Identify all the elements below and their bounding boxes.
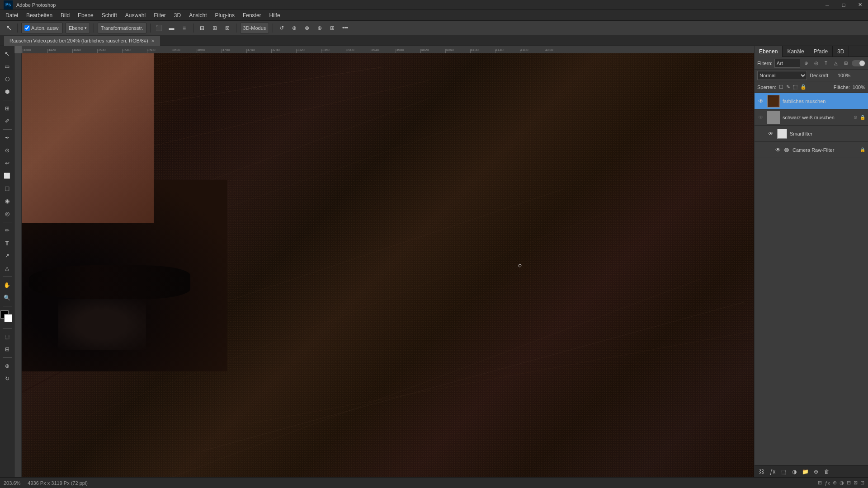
status-icon-7[interactable]: ⊡ [860,480,864,486]
layer-style-button[interactable]: ƒx [768,467,777,476]
layer-item-schwarzweiss[interactable]: 👁 schwarz weiß rauschen ⊙ 🔒 [755,109,868,126]
new-layer-button[interactable]: ⊕ [811,467,821,476]
lock-position-icon[interactable]: ⬚ [793,84,797,90]
menu-item-auswahl[interactable]: Auswahl [122,11,149,19]
zoom-tool[interactable]: 🔍 [1,292,13,304]
lasso-tool[interactable]: ⬡ [1,73,13,85]
filter-smart-icon[interactable]: ⊞ [842,59,850,67]
rotate-view-icon[interactable]: ↻ [1,373,13,385]
canvas-area[interactable]: 3380342034603500354035803620366037003740… [14,46,754,477]
align-left-icon[interactable]: ⬛ [154,23,164,33]
group-button[interactable]: 📁 [801,467,810,476]
layer-visibility-schwarzweiss[interactable]: 👁 [757,114,764,121]
stamp-tool[interactable]: ⊙ [1,145,13,156]
status-icon-6[interactable]: ⊠ [854,480,858,486]
minimize-button[interactable]: ─ [819,0,835,10]
status-icon-4[interactable]: ◑ [840,480,844,486]
dodge-tool[interactable]: ◎ [1,208,13,220]
lower-eyelid [58,299,146,350]
history-brush-tool[interactable]: ↩ [1,157,13,169]
document-tab[interactable]: Rauschen Video.psdc bei 204% (farbliches… [4,35,160,46]
move-tool[interactable]: ↖ [1,48,13,60]
background-color[interactable] [4,314,12,322]
menu-item-3d[interactable]: 3D [170,11,184,19]
menu-item-bild[interactable]: Bild [57,11,73,19]
layer-item-cameraraw[interactable]: 👁 Camera Raw-Filter 🔒 [755,142,868,158]
blend-mode-select[interactable]: Normal [757,71,807,80]
auto-select-checkbox[interactable] [24,25,30,31]
path-select-tool[interactable]: ↗ [1,250,13,262]
extras-bottom-icon[interactable]: ⊕ [1,360,13,372]
panel-tab-kanäle[interactable]: Kanäle [783,46,809,57]
eraser-tool[interactable]: ⬜ [1,170,13,182]
snap-icon[interactable]: ⊕ [289,23,299,33]
close-button[interactable]: ✕ [852,0,868,10]
status-icon-5[interactable]: ⊟ [847,480,851,486]
menu-item-datei[interactable]: Datei [2,11,22,19]
layer-item-smartfilter[interactable]: 👁 Smartfilter [755,126,868,142]
blur-tool[interactable]: ◉ [1,195,13,207]
shape-tool[interactable]: △ [1,263,13,274]
pen-tool[interactable]: ✏ [1,225,13,236]
select-rect-tool[interactable]: ▭ [1,61,13,72]
align-center-icon[interactable]: ▬ [167,23,177,33]
mask-button[interactable]: ⬚ [779,467,788,476]
filter-type-icon[interactable]: T [822,59,830,67]
guide-icon[interactable]: ⊕ [315,23,325,33]
wand-tool[interactable]: ⬢ [1,86,13,98]
transform-btn[interactable]: Transformationsstr. [98,23,146,33]
filter-adjust-icon[interactable]: ◎ [812,59,820,67]
link-layers-button[interactable]: ⛓ [757,467,766,476]
delete-layer-button[interactable]: 🗑 [822,467,831,476]
dist-h-icon[interactable]: ⊟ [197,23,207,33]
ebene-dropdown[interactable]: Ebene ▾ [66,23,90,33]
menu-item-ebene[interactable]: Ebene [74,11,97,19]
menu-item-bearbeiten[interactable]: Bearbeiten [23,11,56,19]
lock-all-icon[interactable]: 🔒 [800,84,807,90]
more-options-icon[interactable]: ••• [340,23,350,33]
menu-item-filter[interactable]: Filter [150,11,170,19]
dist-v-icon[interactable]: ⊞ [210,23,220,33]
layer-visibility-cameraraw[interactable]: 👁 [774,146,782,154]
panel-tab-ebenen[interactable]: Ebenen [755,46,783,57]
brush-tool[interactable]: ✒ [1,132,13,144]
eyedropper-tool[interactable]: ✐ [1,115,13,127]
menu-item-hilfe[interactable]: Hilfe [266,11,284,19]
lock-transparent-icon[interactable]: ☐ [779,84,783,90]
menu-item-schrift[interactable]: Schrift [98,11,121,19]
panel-tab-3d[interactable]: 3D [833,46,849,57]
layer-visibility-smartfilter[interactable]: 👁 [767,130,774,137]
3d-mode-btn[interactable]: 3D-Modus [240,23,269,33]
ruler-icon[interactable]: ⊗ [302,23,312,33]
align-right-icon[interactable]: ≡ [179,23,189,33]
hand-tool[interactable]: ✋ [1,279,13,291]
panel-tab-pfade[interactable]: Pfade [809,46,833,57]
menu-item-ansicht[interactable]: Ansicht [185,11,210,19]
layer-visibility-farbliches[interactable]: 👁 [757,98,764,105]
menu-item-plugins[interactable]: Plug-ins [212,11,238,19]
extras-icon[interactable]: ⊞ [327,23,337,33]
auto-select-button[interactable]: Auton. ausw. [21,23,63,33]
dist-3-icon[interactable]: ⊠ [222,23,232,33]
canvas-image[interactable] [22,53,754,477]
status-icon-2[interactable]: ƒx [825,480,830,486]
screen-mode-icon[interactable]: ⊟ [1,343,13,355]
adjustment-button[interactable]: ◑ [790,467,799,476]
filter-kind-icon[interactable]: ⊕ [802,59,810,67]
gradient-tool[interactable]: ◫ [1,183,13,194]
filter-input[interactable]: Art [774,59,800,68]
status-icon-1[interactable]: ⊞ [818,480,822,486]
status-icon-3[interactable]: ⊕ [833,480,837,486]
layer-item-farbliches[interactable]: 👁 farbliches rauschen [755,93,868,109]
refresh-icon[interactable]: ↺ [277,23,287,33]
maximize-button[interactable]: □ [835,0,852,10]
filter-toggle[interactable] [852,60,865,66]
menu-item-fenster[interactable]: Fenster [239,11,265,19]
quick-mask-icon[interactable]: ⬚ [1,331,13,343]
filter-shape-icon[interactable]: △ [832,59,840,67]
crop-tool[interactable]: ⊞ [1,103,13,114]
type-tool[interactable]: T [1,237,13,249]
lock-image-icon[interactable]: ✎ [786,84,790,90]
document-tab-close[interactable]: ✕ [151,38,155,43]
move-tool-icon[interactable]: ↖ [4,23,14,33]
